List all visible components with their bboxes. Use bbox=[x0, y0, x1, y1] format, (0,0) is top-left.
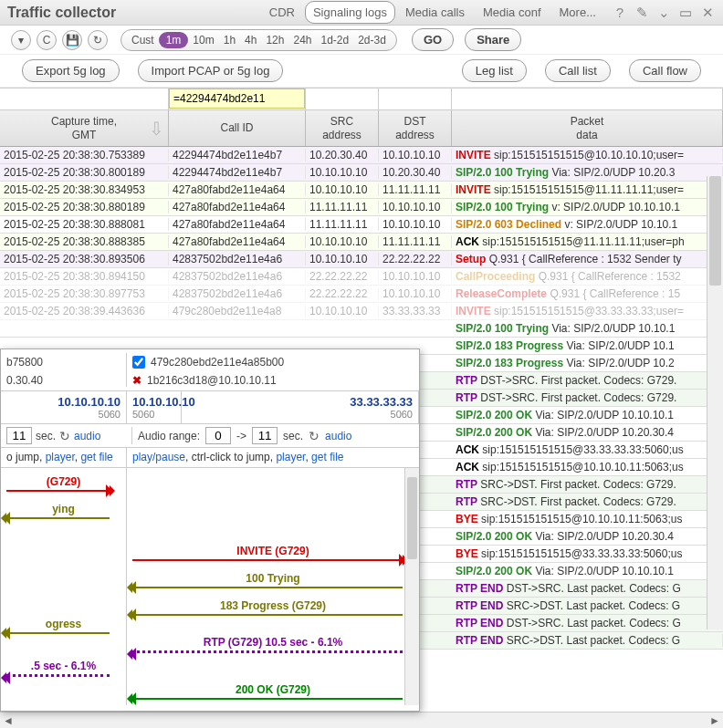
header-capture[interactable]: Capture time, GMT⇩ bbox=[0, 110, 169, 146]
getfile-link[interactable]: get file bbox=[311, 451, 343, 463]
header-src[interactable]: SRC address bbox=[306, 110, 379, 146]
range-1h[interactable]: 1h bbox=[219, 32, 240, 48]
tab-signaling-logs[interactable]: Signaling logs bbox=[305, 1, 395, 24]
range-1m[interactable]: 1m bbox=[159, 32, 189, 48]
header-packet[interactable]: Packet data bbox=[452, 110, 723, 146]
range-cust[interactable]: Cust bbox=[127, 32, 159, 48]
reload-icon[interactable]: ↻ bbox=[88, 30, 108, 50]
table-row[interactable]: 2015-02-25 20:38:30.880189427a80fabd2e11… bbox=[0, 199, 723, 216]
tab-cdr[interactable]: CDR bbox=[261, 1, 303, 24]
chevron-down-icon[interactable]: ⌄ bbox=[655, 5, 672, 21]
cell-capture: 2015-02-25 20:38:30.800189 bbox=[0, 166, 169, 179]
cell-packet: INVITE sip:151515151515@11.11.11.11;user… bbox=[452, 183, 723, 196]
import-pcap-button[interactable]: Import PCAP or 5g log bbox=[138, 59, 284, 82]
table-row[interactable]: 2015-02-25 20:38:30.89775342837502bd2e11… bbox=[0, 286, 723, 303]
range-1d2d[interactable]: 1d-2d bbox=[316, 32, 353, 48]
range-24h[interactable]: 24h bbox=[288, 32, 316, 48]
range-12h[interactable]: 12h bbox=[261, 32, 288, 48]
leg-3[interactable]: ✖1b216c3d18@10.10.10.11 bbox=[132, 371, 414, 390]
table-row[interactable]: 2015-02-25 20:38:30.834953427a80fabd2e11… bbox=[0, 182, 723, 199]
player-link[interactable]: player bbox=[276, 451, 305, 463]
audio-unit: sec. bbox=[283, 430, 303, 442]
arrow-line bbox=[132, 698, 403, 700]
refresh-icon[interactable]: C bbox=[37, 30, 57, 50]
audio-unit: sec. bbox=[36, 430, 56, 442]
cell-src: 11.11.11.11 bbox=[306, 218, 379, 231]
audio-link[interactable]: audio bbox=[325, 430, 351, 442]
reload-icon[interactable]: ↻ bbox=[59, 429, 70, 443]
edit-icon[interactable]: ✎ bbox=[634, 5, 650, 21]
tab-media-conf[interactable]: Media conf bbox=[475, 1, 550, 24]
range-4h[interactable]: 4h bbox=[240, 32, 261, 48]
share-button[interactable]: Share bbox=[465, 28, 521, 51]
filter-callid-input[interactable] bbox=[169, 88, 305, 109]
cell-src: 22.22.22.22 bbox=[306, 270, 379, 283]
leg-list-button[interactable]: Leg list bbox=[462, 59, 527, 82]
reload-icon[interactable]: ↻ bbox=[309, 429, 320, 443]
table-row[interactable]: 2015-02-25 20:38:30.888385427a80fabd2e11… bbox=[0, 234, 723, 251]
table-row[interactable]: 2015-02-25 20:38:30.75338942294474bd2e11… bbox=[0, 147, 723, 164]
close-icon[interactable]: ✕ bbox=[699, 5, 716, 21]
table-row[interactable]: 2015-02-25 20:38:30.89350642837502bd2e11… bbox=[0, 251, 723, 268]
scrollbar-thumb[interactable] bbox=[709, 176, 721, 286]
sort-arrow-icon[interactable]: ⇩ bbox=[149, 118, 164, 140]
table-row[interactable]: 2015-02-25 20:38:30.888081427a80fabd2e11… bbox=[0, 216, 723, 234]
filter-capture[interactable] bbox=[0, 88, 169, 109]
save-icon[interactable]: 💾 bbox=[62, 30, 82, 50]
leg-2[interactable]: 479c280ebd2e11e4a85b00 bbox=[132, 353, 414, 371]
hint-left: o jump, player, get file bbox=[1, 448, 127, 467]
range-2d3d[interactable]: 2d-3d bbox=[353, 32, 391, 48]
filter-icon[interactable]: ▾ bbox=[11, 30, 31, 50]
callflow-audio-controls: sec. ↻ audio Audio range: -> sec. ↻ audi… bbox=[1, 424, 419, 448]
cell-packet: SIP/2.0 183 Progress Via: SIP/2.0/UDP 10… bbox=[452, 339, 723, 352]
cell-dst: 10.10.10.10 bbox=[379, 218, 452, 231]
arrow-label: INVITE (G729) bbox=[127, 545, 419, 557]
cell-capture: 2015-02-25 20:38:30.894150 bbox=[0, 270, 169, 283]
horizontal-scrollbar[interactable]: ◄ ► bbox=[0, 712, 723, 728]
audio-link[interactable]: audio bbox=[74, 430, 100, 442]
cell-src: 11.11.11.11 bbox=[306, 201, 379, 213]
call-list-button[interactable]: Call list bbox=[545, 59, 611, 82]
scroll-right-icon[interactable]: ► bbox=[707, 713, 723, 728]
cell-src: 10.10.10.10 bbox=[306, 166, 379, 179]
header-callid[interactable]: Call ID bbox=[169, 110, 306, 146]
callflow-hosts: 10.10.10.10 5060 10.10.10.10 5060 33.33.… bbox=[1, 391, 419, 424]
player-link[interactable]: player bbox=[46, 451, 75, 463]
scroll-left-icon[interactable]: ◄ bbox=[0, 713, 16, 728]
maximize-icon[interactable]: ▭ bbox=[677, 5, 694, 21]
cell-packet: RTP END SRC->DST. Last packet. Codecs: G bbox=[452, 599, 723, 612]
cell-packet: RTP SRC->DST. First packet. Codecs: G729… bbox=[452, 478, 723, 491]
getfile-link[interactable]: get file bbox=[80, 451, 112, 463]
vertical-scrollbar[interactable] bbox=[707, 176, 723, 629]
audio-from[interactable] bbox=[205, 427, 231, 444]
call-flow-button[interactable]: Call flow bbox=[629, 59, 701, 82]
cell-packet: Setup Q.931 { CallReference : 1532 Sende… bbox=[452, 253, 723, 265]
table-row[interactable]: 2015-02-25 20:38:39.443636479c280ebd2e11… bbox=[0, 303, 723, 320]
audio-to[interactable] bbox=[252, 427, 278, 444]
titlebar: Traffic collector CDR Signaling logs Med… bbox=[0, 0, 723, 26]
filter-dst[interactable] bbox=[379, 88, 452, 109]
table-row[interactable]: SIP/2.0 100 Trying Via: SIP/2.0/UDP 10.1… bbox=[0, 320, 723, 338]
range-10m[interactable]: 10m bbox=[188, 32, 218, 48]
go-button[interactable]: GO bbox=[412, 28, 454, 51]
callflow-scroll-thumb[interactable] bbox=[407, 477, 417, 559]
filter-src[interactable] bbox=[306, 88, 379, 109]
help-icon[interactable]: ? bbox=[612, 5, 628, 21]
x-icon[interactable]: ✖ bbox=[132, 374, 141, 387]
filter-packet[interactable] bbox=[452, 88, 723, 109]
callflow-scrollbar[interactable] bbox=[404, 468, 419, 705]
tab-media-calls[interactable]: Media calls bbox=[397, 1, 473, 24]
header-dst[interactable]: DST address bbox=[379, 110, 452, 146]
audio-left-sec[interactable] bbox=[6, 427, 32, 444]
toolbar-primary: ▾ C 💾 ↻ Cust 1m 10m 1h 4h 12h 24h 1d-2d … bbox=[0, 26, 723, 55]
table-row[interactable]: 2015-02-25 20:38:30.89415042837502bd2e11… bbox=[0, 268, 723, 286]
tab-more[interactable]: More... bbox=[551, 1, 604, 24]
playpause-link[interactable]: play/pause bbox=[132, 451, 185, 463]
leg-2-checkbox[interactable] bbox=[132, 356, 145, 369]
filter-row bbox=[0, 88, 723, 110]
cell-capture: 2015-02-25 20:38:30.753389 bbox=[0, 149, 169, 161]
arrow-line bbox=[132, 614, 403, 616]
cell-callid: 479c280ebd2e11e4a8 bbox=[169, 305, 306, 317]
export-5g-button[interactable]: Export 5g log bbox=[22, 59, 120, 82]
table-row[interactable]: 2015-02-25 20:38:30.80018942294474bd2e11… bbox=[0, 164, 723, 182]
